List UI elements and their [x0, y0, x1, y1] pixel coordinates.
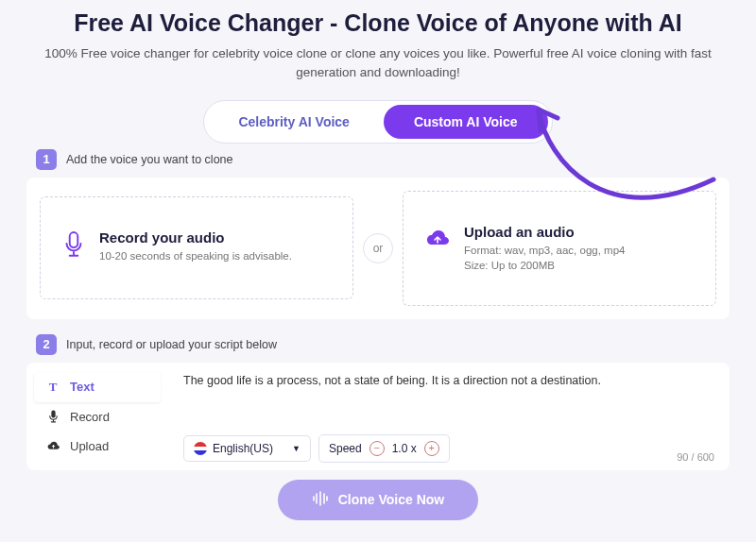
upload-audio-option[interactable]: Upload an audio Format: wav, mp3, aac, o… — [403, 191, 716, 306]
flag-us-icon — [194, 442, 207, 455]
script-card: T Text Record Upload The good life is a … — [26, 363, 730, 470]
char-counter: 90 / 600 — [677, 451, 714, 463]
mode-tabs: Celebrity AI Voice Custom AI Voice — [0, 100, 756, 144]
cloud-upload-icon — [424, 226, 451, 255]
input-tab-upload[interactable]: Upload — [34, 432, 161, 461]
voice-source-card: Record your audio 10-20 seconds of speak… — [26, 178, 730, 319]
upload-desc: Format: wav, mp3, aac, ogg, mp4 Size: Up… — [464, 243, 625, 273]
cloud-upload-icon — [45, 440, 60, 451]
microphone-icon — [45, 410, 60, 424]
input-tab-record[interactable]: Record — [34, 402, 161, 432]
tab-celebrity-voice[interactable]: Celebrity AI Voice — [208, 105, 379, 139]
speed-value: 1.0 x — [392, 442, 417, 455]
speed-label: Speed — [329, 442, 362, 455]
speed-control: Speed − 1.0 x + — [318, 434, 450, 463]
text-icon: T — [45, 380, 60, 395]
step-2-label: Input, record or upload your script belo… — [66, 338, 277, 351]
step-1-number: 1 — [36, 149, 57, 170]
or-separator: or — [363, 233, 393, 263]
input-method-tabs: T Text Record Upload — [26, 363, 168, 470]
clone-voice-label: Clone Voice Now — [338, 492, 445, 507]
record-audio-option[interactable]: Record your audio 10-20 seconds of speak… — [40, 196, 353, 299]
tab-custom-voice[interactable]: Custom AI Voice — [384, 105, 548, 139]
speed-decrease-button[interactable]: − — [369, 441, 385, 456]
svg-rect-1 — [51, 410, 55, 417]
microphone-icon — [61, 231, 86, 266]
page-title: Free AI Voice Changer - Clone Voice of A… — [19, 9, 737, 37]
waveform-icon — [312, 491, 329, 509]
step-1-label: Add the voice you want to clone — [66, 153, 233, 166]
input-tab-text-label: Text — [70, 380, 94, 394]
svg-rect-0 — [70, 232, 78, 247]
language-dropdown[interactable]: English(US) ▼ — [183, 435, 311, 462]
input-tab-text[interactable]: T Text — [34, 372, 161, 402]
record-desc: 10-20 seconds of speaking is advisable. — [99, 248, 292, 263]
input-tab-upload-label: Upload — [70, 439, 109, 453]
chevron-down-icon: ▼ — [292, 444, 301, 453]
step-2-number: 2 — [36, 334, 57, 355]
language-label: English(US) — [213, 442, 273, 455]
record-title: Record your audio — [99, 229, 292, 246]
speed-increase-button[interactable]: + — [424, 441, 439, 456]
clone-voice-button[interactable]: Clone Voice Now — [278, 480, 479, 520]
input-tab-record-label: Record — [70, 410, 110, 424]
script-textarea[interactable]: The good life is a process, not a state … — [183, 374, 714, 423]
page-subtitle: 100% Free voice changer for celebrity vo… — [19, 44, 737, 83]
upload-title: Upload an audio — [464, 224, 625, 240]
